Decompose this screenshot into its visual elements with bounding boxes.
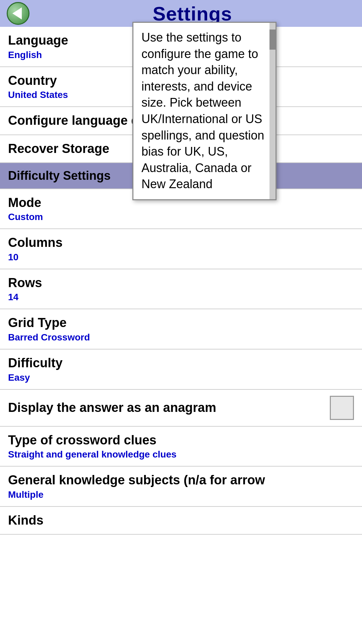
settings-item-columns[interactable]: Columns 10 xyxy=(0,229,362,269)
anagram-checkbox[interactable] xyxy=(330,396,354,420)
clue-type-value: Straight and general knowledge clues xyxy=(8,449,354,460)
rows-value: 14 xyxy=(8,292,354,303)
general-knowledge-label: General knowledge subjects (n/a for arro… xyxy=(8,473,354,488)
tooltip-scrollbar-thumb[interactable] xyxy=(269,30,276,50)
mode-value: Custom xyxy=(8,212,354,222)
page-title: Settings xyxy=(29,2,355,25)
settings-item-rows[interactable]: Rows 14 xyxy=(0,269,362,310)
difficulty-label: Difficulty xyxy=(8,356,354,371)
general-knowledge-value: Multiple xyxy=(8,489,354,500)
back-arrow-icon xyxy=(12,7,22,19)
settings-item-grid-type[interactable]: Grid Type Barred Crossword xyxy=(0,309,362,350)
tooltip-popup: Use the settings to configure the game t… xyxy=(132,22,277,200)
settings-item-general-knowledge[interactable]: General knowledge subjects (n/a for arro… xyxy=(0,467,362,507)
difficulty-value: Easy xyxy=(8,372,354,383)
settings-item-difficulty[interactable]: Difficulty Easy xyxy=(0,350,362,390)
grid-type-label: Grid Type xyxy=(8,315,354,331)
rows-label: Rows xyxy=(8,275,354,291)
tooltip-scrollbar[interactable] xyxy=(269,23,276,199)
settings-item-kinds[interactable]: Kinds xyxy=(0,507,362,535)
grid-type-value: Barred Crossword xyxy=(8,332,354,343)
columns-value: 10 xyxy=(8,252,354,263)
columns-label: Columns xyxy=(8,235,354,251)
kinds-label: Kinds xyxy=(8,513,354,528)
settings-item-clue-type[interactable]: Type of crossword clues Straight and gen… xyxy=(0,427,362,467)
settings-item-display-anagram: Display the answer as an anagram xyxy=(0,390,362,427)
display-anagram-label: Display the answer as an anagram xyxy=(8,400,330,416)
back-button[interactable] xyxy=(7,2,29,25)
clue-type-label: Type of crossword clues xyxy=(8,433,354,448)
tooltip-text: Use the settings to configure the game t… xyxy=(141,30,267,193)
